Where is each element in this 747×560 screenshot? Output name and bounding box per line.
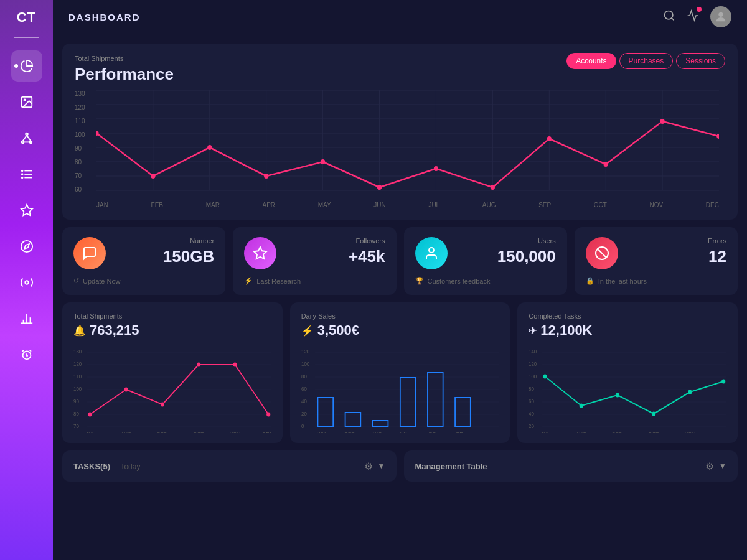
tasks-dropdown-icon[interactable]: ▼: [378, 462, 385, 470]
errors-label: Errors: [627, 237, 726, 245]
search-icon[interactable]: [663, 9, 675, 25]
management-dropdown-icon[interactable]: ▼: [719, 462, 726, 470]
svg-rect-103: [345, 413, 360, 427]
svg-point-50: [321, 159, 325, 164]
svg-text:BR: BR: [456, 431, 463, 433]
svg-point-128: [543, 375, 547, 379]
sidebar-item-image[interactable]: [11, 86, 42, 118]
footer-row: TASKS(5) Today ⚙ ▼ Management Table ⚙ ▼: [62, 450, 738, 482]
svg-point-130: [616, 393, 619, 398]
svg-text:USA: USA: [316, 431, 327, 433]
svg-text:UK: UK: [400, 431, 406, 433]
svg-point-53: [491, 185, 495, 190]
performance-chart: 130 120 110 100 90 80 70 60: [75, 90, 725, 208]
followers-label: Followers: [285, 237, 385, 245]
shipments-mini-chart: 130 120 110 100 90 80 70: [73, 346, 271, 433]
svg-text:40: 40: [301, 398, 307, 405]
chart-svg-area: [96, 90, 719, 193]
metric-errors-header: Errors 12: [586, 237, 726, 269]
svg-line-23: [22, 350, 24, 352]
sidebar-item-compass[interactable]: [11, 231, 42, 262]
sales-chart-title: Daily Sales: [301, 312, 499, 320]
svg-point-78: [161, 403, 164, 407]
avatar[interactable]: [710, 6, 731, 27]
svg-line-26: [672, 17, 674, 20]
svg-point-132: [688, 390, 692, 394]
followers-footer-text: Last Research: [256, 278, 301, 285]
y-axis-labels: 130 120 110 100 90 80 70 60: [75, 90, 93, 193]
sidebar-item-list[interactable]: [11, 159, 42, 190]
management-footer-icons: ⚙ ▼: [705, 460, 726, 472]
tasks-icon: ✈: [529, 325, 537, 337]
star-icon: [20, 203, 34, 217]
svg-text:120: 120: [529, 361, 537, 368]
trophy-icon: 🏆: [415, 277, 424, 285]
metrics-row: Number 150GB ↺ Update Now: [62, 227, 738, 295]
main-content: DASHBOARD Total Shipments: [53, 0, 747, 560]
tasks-chart-card: Completed Tasks ✈ 12,100K 140 120 100 80…: [517, 302, 738, 443]
svg-text:SEP: SEP: [157, 431, 167, 433]
shipments-chart-title: Total Shipments: [73, 312, 271, 320]
tasks-settings-icon[interactable]: ⚙: [364, 460, 373, 472]
metric-followers: Followers +45k ⚡ Last Research: [233, 227, 396, 295]
sidebar-item-chart[interactable]: [11, 50, 42, 82]
tools-icon: [20, 276, 34, 289]
svg-point-11: [21, 170, 22, 172]
svg-point-48: [207, 145, 212, 150]
svg-point-2: [26, 133, 28, 136]
list-icon: [20, 167, 34, 181]
svg-text:20: 20: [301, 411, 307, 418]
performance-tabs: Accounts Purchases Sessions: [566, 53, 725, 69]
svg-text:100: 100: [529, 373, 537, 380]
svg-point-17: [25, 281, 29, 284]
pulse-icon[interactable]: [687, 9, 699, 25]
tab-accounts[interactable]: Accounts: [566, 53, 616, 69]
svg-marker-58: [254, 247, 266, 259]
svg-text:AUG: AUG: [576, 431, 586, 433]
svg-text:20: 20: [529, 423, 534, 430]
svg-point-47: [151, 174, 155, 179]
sidebar-item-alarm[interactable]: [11, 339, 42, 370]
svg-text:90: 90: [73, 398, 79, 405]
followers-footer: ⚡ Last Research: [244, 277, 385, 285]
network-icon: [20, 131, 34, 145]
x-axis-labels: JAN FEB MAR APR MAY JUN JUL AUG SEP OCT …: [96, 202, 719, 208]
header-icons: [663, 6, 731, 27]
tab-sessions[interactable]: Sessions: [676, 53, 725, 69]
svg-text:100: 100: [301, 361, 309, 368]
followers-info: Followers +45k: [285, 237, 385, 266]
shipments-chart-card: Total Shipments 🔔 763,215 130 120 110 10…: [62, 302, 283, 443]
active-indicator: [14, 64, 18, 68]
sidebar-item-network[interactable]: [11, 123, 42, 154]
sales-chart-value: ⚡ 3,500€: [301, 322, 499, 338]
errors-icon: [586, 237, 618, 269]
tasks-chart-value: ✈ 12,100K: [529, 322, 726, 338]
users-label: Users: [456, 237, 556, 245]
sidebar-item-barchart[interactable]: [11, 303, 42, 334]
svg-point-1: [24, 99, 26, 101]
tab-purchases[interactable]: Purchases: [619, 53, 674, 69]
svg-point-49: [264, 174, 268, 179]
svg-text:AUG: AUG: [121, 431, 131, 433]
metric-errors: Errors 12 🔒 In the last hours: [575, 227, 738, 295]
management-settings-icon[interactable]: ⚙: [705, 460, 714, 472]
svg-text:OCT: OCT: [193, 431, 204, 433]
update-icon: ↺: [73, 277, 79, 285]
svg-point-59: [429, 248, 434, 253]
svg-line-61: [598, 249, 606, 258]
tasks-footer-sub: Today: [120, 462, 140, 471]
notification-badge: [697, 7, 702, 12]
management-footer-label: Management Table: [415, 462, 487, 471]
svg-point-76: [88, 413, 92, 417]
sidebar-item-star[interactable]: [11, 195, 42, 226]
svg-text:60: 60: [301, 386, 307, 393]
svg-line-6: [27, 135, 31, 141]
svg-point-77: [125, 388, 128, 392]
svg-point-13: [21, 177, 22, 179]
sidebar-item-tools[interactable]: [11, 267, 42, 298]
svg-point-51: [377, 185, 382, 190]
metric-storage-header: Number 150GB: [73, 237, 214, 269]
users-footer: 🏆 Customers feedback: [415, 277, 556, 285]
tasks-chart-title: Completed Tasks: [529, 312, 726, 320]
line-chart-svg: [96, 90, 719, 193]
